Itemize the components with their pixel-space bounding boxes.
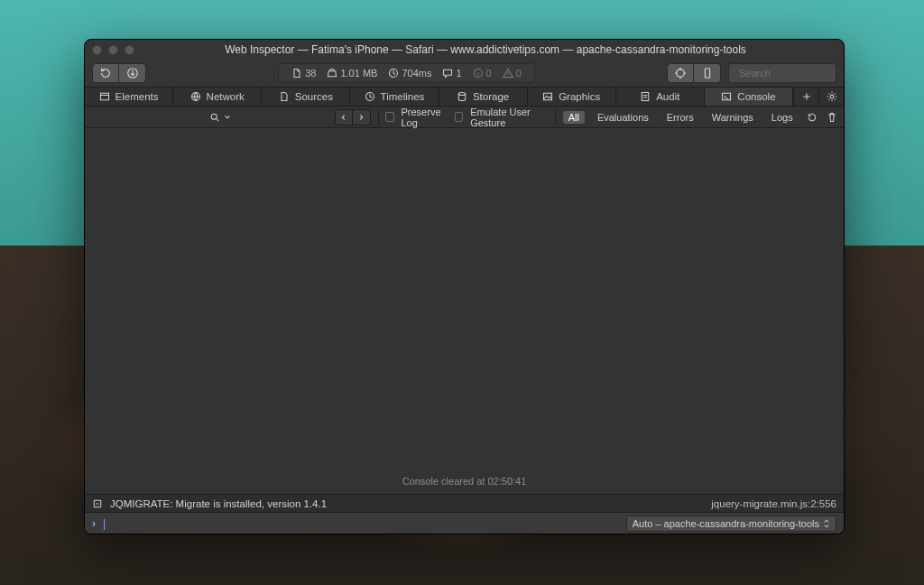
tab-console-label: Console (737, 91, 775, 102)
console-log-message: JQMIGRATE: Migrate is installed, version… (110, 498, 327, 509)
filter-evaluations[interactable]: Evaluations (592, 111, 654, 124)
network-icon (190, 91, 201, 102)
metric-info-value: 0 (486, 68, 492, 79)
elements-icon (99, 91, 110, 102)
execution-context-selector[interactable]: Auto – apache-cassandra-monitoring-tools (626, 515, 836, 532)
toolbar-search-input[interactable] (739, 68, 845, 79)
minimize-window-button[interactable] (108, 45, 118, 55)
gear-icon (827, 91, 837, 102)
console-prompt-input[interactable] (113, 516, 619, 530)
console-log-row[interactable]: JQMIGRATE: Migrate is installed, version… (85, 494, 844, 512)
svg-rect-6 (100, 93, 108, 100)
tab-network[interactable]: Network (173, 88, 262, 106)
console-body: Console cleared at 02:50:41 (85, 128, 844, 494)
console-cleared-message: Console cleared at 02:50:41 (85, 476, 844, 487)
tab-timelines[interactable]: Timelines (350, 88, 439, 106)
filter-all[interactable]: All (563, 111, 585, 124)
crosshair-icon (674, 67, 687, 79)
filter-next-button[interactable] (353, 109, 371, 125)
preserve-log-label: Preserve Log (402, 107, 448, 128)
clock-icon (388, 68, 399, 79)
console-icon (721, 91, 732, 102)
metric-warnings-value: 0 (516, 68, 522, 79)
weight-icon (327, 68, 337, 79)
svg-point-3 (677, 70, 685, 78)
svg-point-13 (830, 95, 834, 98)
device-button[interactable] (694, 63, 721, 83)
close-window-button[interactable] (92, 45, 102, 55)
graphics-icon (542, 91, 553, 102)
reload-button[interactable] (92, 63, 119, 83)
download-icon (126, 67, 139, 79)
tab-storage-label: Storage (473, 91, 509, 102)
storage-icon (457, 91, 467, 102)
svg-rect-11 (642, 93, 649, 101)
updown-icon (823, 518, 830, 529)
svg-point-9 (458, 93, 466, 96)
reload-console-button[interactable] (806, 109, 818, 125)
search-icon (209, 112, 220, 123)
tab-audit[interactable]: Audit (616, 88, 705, 106)
timelines-icon (365, 91, 375, 102)
emulate-user-gesture-label: Emulate User Gesture (470, 107, 548, 128)
reload-icon (99, 67, 112, 79)
metric-size-value: 1.01 MB (340, 68, 377, 79)
console-filter-search[interactable] (204, 109, 327, 125)
metric-resources: 38 (288, 68, 319, 79)
metric-warnings: 0 (499, 68, 525, 79)
warning-icon (503, 68, 513, 79)
info-icon (473, 68, 484, 79)
tab-sources[interactable]: Sources (262, 88, 350, 106)
console-prompt-row: › | Auto – apache-cassandra-monitoring-t… (85, 512, 844, 534)
download-button[interactable] (119, 63, 146, 83)
filter-logs[interactable]: Logs (766, 111, 799, 124)
filter-warnings[interactable]: Warnings (707, 111, 759, 124)
new-tab-button[interactable] (793, 88, 818, 106)
preserve-log-checkbox[interactable] (385, 112, 393, 122)
console-filter-bar: Preserve Log Emulate User Gesture All Ev… (85, 107, 844, 128)
titlebar: Web Inspector — Fatima's iPhone — Safari… (85, 40, 844, 60)
tab-sources-label: Sources (295, 91, 333, 102)
svg-point-14 (211, 114, 217, 119)
metric-time: 704ms (384, 68, 435, 79)
tab-console[interactable]: Console (705, 88, 793, 106)
audit-icon (640, 91, 651, 102)
execution-context-label: Auto – apache-cassandra-monitoring-tools (633, 518, 819, 529)
tab-graphics[interactable]: Graphics (528, 88, 616, 106)
file-icon (291, 68, 302, 79)
log-level-icon (92, 498, 103, 509)
inspector-toolbar: 38 1.01 MB 704ms 1 0 0 (85, 60, 844, 87)
settings-button[interactable] (818, 88, 844, 106)
metric-messages: 1 (439, 68, 465, 79)
emulate-user-gesture-checkbox[interactable] (455, 112, 463, 122)
inspector-tabs: Elements Network Sources Timelines Stora… (85, 87, 844, 107)
message-icon (442, 68, 453, 79)
toolbar-search[interactable] (728, 63, 836, 83)
tab-graphics-label: Graphics (559, 91, 600, 102)
tab-elements-label: Elements (116, 91, 159, 102)
traffic-lights (92, 45, 134, 55)
svg-rect-10 (544, 93, 552, 100)
zoom-window-button[interactable] (125, 45, 134, 55)
device-icon (701, 67, 714, 79)
metric-time-value: 704ms (402, 68, 431, 79)
console-log-source[interactable]: jquery-migrate.min.js:2:556 (711, 498, 836, 509)
tab-storage[interactable]: Storage (439, 88, 528, 106)
metric-size: 1.01 MB (323, 68, 381, 79)
filter-prev-button[interactable] (335, 109, 353, 125)
metric-info: 0 (469, 68, 495, 79)
filter-errors[interactable]: Errors (661, 111, 699, 124)
clear-console-button[interactable] (826, 109, 838, 125)
chevron-left-icon (340, 114, 347, 121)
metric-messages-value: 1 (456, 68, 461, 79)
chevron-right-icon (357, 114, 365, 121)
element-selection-button[interactable] (667, 63, 694, 83)
activity-metrics: 38 1.01 MB 704ms 1 0 0 (278, 63, 535, 83)
reload-icon (807, 112, 818, 123)
tab-audit-label: Audit (656, 91, 679, 102)
trash-icon (827, 112, 837, 123)
tab-network-label: Network (207, 91, 245, 102)
prompt-chevron-icon: › (92, 517, 96, 530)
chevron-down-icon (224, 114, 231, 121)
tab-elements[interactable]: Elements (85, 88, 173, 106)
